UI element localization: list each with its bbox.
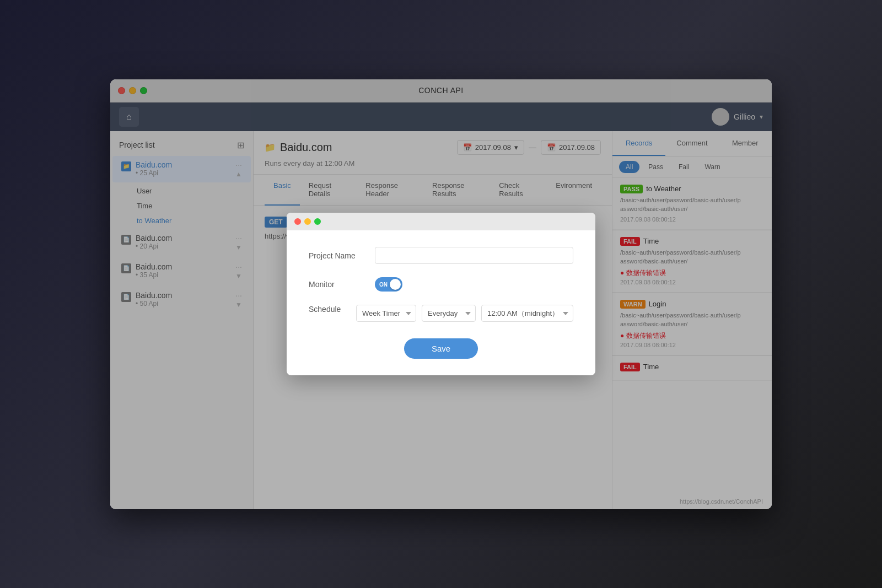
modal-titlebar [287,213,595,230]
toggle-knob [390,279,401,290]
time-select[interactable]: 12:00 AM（midnight） 6:00 AM 12:00 PM 6:00… [481,305,573,322]
monitor-label: Monitor [309,280,375,289]
everyday-select[interactable]: Everyday Weekdays Weekends [422,305,476,322]
modal-dialog: Project Name Monitor ON Schedule [287,213,595,375]
monitor-row: Monitor ON [309,277,573,292]
modal-body: Project Name Monitor ON Schedule [287,230,595,375]
main-window: CONCH API ⌂ Gillieo ▾ Project list ⊞ 📁 [110,79,772,509]
toggle-switch[interactable]: ON [375,277,402,292]
save-button[interactable]: Save [404,338,478,359]
monitor-toggle[interactable]: ON [375,277,402,292]
week-timer-select[interactable]: Week Timer Day Timer Month Timer [356,305,416,322]
modal-overlay: Project Name Monitor ON Schedule [110,79,772,509]
schedule-label: Schedule [309,305,356,314]
project-name-row: Project Name [309,247,573,264]
project-name-label: Project Name [309,251,375,260]
toggle-label: ON [379,282,388,288]
project-name-input[interactable] [375,247,573,264]
schedule-row: Schedule Week Timer Day Timer Month Time… [309,305,573,322]
schedule-selects: Week Timer Day Timer Month Timer Everyda… [356,305,573,322]
modal-close[interactable] [294,218,301,225]
modal-minimize[interactable] [304,218,311,225]
modal-expand[interactable] [314,218,321,225]
